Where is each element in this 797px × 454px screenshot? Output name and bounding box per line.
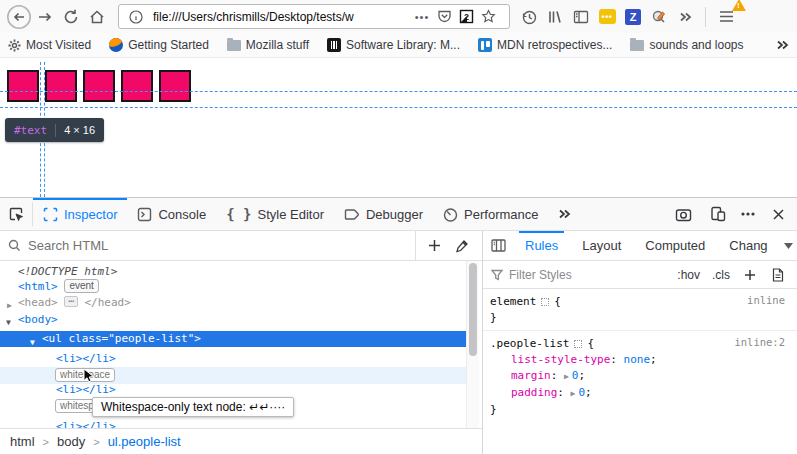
overflow-chevron-icon[interactable] — [672, 4, 698, 30]
svg-text:2: 2 — [463, 12, 468, 22]
toolbar-separator — [705, 7, 706, 27]
rule-source-link[interactable]: inline — [747, 294, 785, 306]
pink-box — [159, 70, 191, 102]
markup-ul-node-selected[interactable]: ▼ <ul class="people-list"> — [0, 331, 466, 347]
rule-source-link[interactable]: inline:2 — [734, 336, 785, 348]
bookmark-getting-started[interactable]: Getting Started — [109, 38, 209, 52]
tab-performance[interactable]: Performance — [433, 198, 548, 230]
pink-box — [83, 70, 115, 102]
markup-li-node[interactable]: <li></li> — [56, 420, 116, 428]
history-icon[interactable] — [516, 4, 542, 30]
gear-icon — [8, 39, 21, 52]
rule-selector[interactable]: .people-list — [490, 337, 569, 350]
collapsed-content-badge[interactable]: ⋯ — [64, 296, 77, 307]
event-badge[interactable]: event — [64, 279, 98, 293]
rule-element-style[interactable]: element{ } inline — [483, 289, 797, 331]
sidebar-toggle-icon[interactable] — [568, 4, 594, 30]
breadcrumb-body[interactable]: body — [57, 434, 85, 449]
breadcrumb-ul-people-list[interactable]: ul.people-list — [108, 434, 181, 449]
breadcrumb: html > body > ul.people-list — [0, 428, 482, 454]
bookmark-most-visited[interactable]: Most Visited — [8, 38, 91, 52]
reload-button[interactable] — [58, 4, 84, 30]
tab-rules[interactable]: Rules — [513, 231, 570, 260]
markup-whitespace-node-hovered[interactable]: whitespace — [0, 367, 466, 384]
rule-people-list[interactable]: .people-list{ list-style-type: none; mar… — [483, 331, 797, 422]
tab-console[interactable]: Console — [127, 198, 216, 230]
pink-box — [7, 70, 39, 102]
declaration-margin[interactable]: margin: ▶0; — [490, 368, 797, 385]
add-rule-button[interactable] — [739, 264, 761, 286]
tab-style-editor[interactable]: { } Style Editor — [216, 198, 334, 230]
pane-toggle-icon[interactable] — [483, 231, 513, 260]
url-bar[interactable]: file:///Users/chrismills/Desktop/tests/w… — [118, 4, 510, 29]
tab-inspector[interactable]: Inspector — [33, 198, 127, 230]
bookmark-mdn-retrospectives[interactable]: MDN retrospectives... — [478, 38, 612, 52]
menu-warning-badge — [732, 0, 746, 11]
markup-search-row: Search HTML — [0, 231, 482, 261]
declaration-list-style-type[interactable]: list-style-type: none; — [490, 352, 797, 368]
hamburger-menu-icon[interactable] — [713, 4, 739, 30]
filter-styles-input[interactable]: Filter Styles — [509, 268, 668, 282]
tab-changes[interactable]: Chang — [717, 231, 769, 260]
tab-layout[interactable]: Layout — [570, 231, 633, 260]
devtools-close-icon[interactable] — [765, 201, 791, 227]
home-button[interactable] — [84, 4, 110, 30]
bookmark-star-icon[interactable] — [477, 6, 499, 28]
breadcrumb-html[interactable]: html — [10, 434, 35, 449]
bookmark-software-library[interactable]: Software Library: M... — [327, 38, 460, 52]
url-text[interactable]: file:///Users/chrismills/Desktop/tests/w — [153, 10, 411, 24]
site-info-icon[interactable] — [125, 6, 147, 28]
tab-computed[interactable]: Computed — [633, 231, 717, 260]
sidebar-tabs-dropdown-icon[interactable] — [784, 231, 797, 260]
element-picker-button[interactable] — [0, 198, 32, 230]
bookmark-sounds-and-loops[interactable]: sounds and loops — [630, 38, 743, 52]
pseudo-class-button[interactable]: :hov — [674, 268, 703, 282]
page-actions-icon[interactable]: ••• — [411, 6, 433, 28]
collapse-twisty-icon[interactable]: ▼ — [30, 335, 35, 351]
markup-li-node[interactable]: <li></li> — [56, 383, 116, 397]
expand-twisty-icon[interactable]: ▶ — [7, 299, 12, 313]
selector-highlighter-icon[interactable] — [541, 298, 549, 306]
pocket-icon[interactable] — [433, 6, 455, 28]
forward-button[interactable] — [32, 4, 58, 30]
rule-selector[interactable]: element — [490, 295, 536, 308]
screenshot-button[interactable] — [670, 201, 696, 227]
inspector-icon — [43, 207, 58, 222]
markup-li-node[interactable]: <li></li> — [56, 352, 116, 366]
debugger-icon — [344, 207, 360, 222]
back-button[interactable] — [6, 4, 32, 30]
expand-value-icon[interactable]: ▶ — [571, 389, 576, 398]
markup-head-node[interactable]: ▶ <head> ⋯ </head> — [0, 296, 131, 310]
print-simulation-icon[interactable] — [767, 264, 789, 286]
bookmarks-overflow-icon[interactable] — [775, 38, 789, 52]
responsive-design-mode-button[interactable] — [705, 201, 731, 227]
zotero-icon[interactable]: Z — [620, 4, 646, 30]
bookmark-mozilla-stuff[interactable]: Mozilla stuff — [227, 38, 309, 52]
selector-highlighter-icon[interactable] — [574, 340, 582, 348]
search-html-input[interactable]: Search HTML — [28, 238, 415, 253]
add-node-button[interactable] — [422, 234, 446, 258]
bookmarks-bar: Most Visited Getting Started Mozilla stu… — [0, 33, 797, 58]
devtools-menu-icon[interactable] — [735, 201, 761, 227]
more-tabs-icon[interactable] — [549, 198, 579, 230]
screenshot-extension-icon[interactable]: 2 — [455, 6, 477, 28]
tab-debugger[interactable]: Debugger — [334, 198, 433, 230]
expand-value-icon[interactable]: ▶ — [564, 372, 569, 381]
library-icon[interactable] — [542, 4, 568, 30]
scrollbar-thumb[interactable] — [469, 263, 477, 356]
devtools-toolbar: Inspector Console { } Style Editor Debug… — [0, 198, 797, 231]
declaration-padding[interactable]: padding: ▶0; — [490, 385, 797, 402]
markup-doctype[interactable]: <!DOCTYPE html> — [18, 265, 117, 279]
markup-scrollbar[interactable] — [466, 261, 479, 428]
screenshot-tool-icon[interactable] — [646, 4, 672, 30]
yellow-extension-icon[interactable]: ••• — [594, 4, 620, 30]
folder-icon — [227, 40, 241, 51]
class-toggle-button[interactable]: .cls — [709, 268, 733, 282]
devtools: Inspector Console { } Style Editor Debug… — [0, 197, 797, 454]
eyedropper-button[interactable] — [450, 234, 474, 258]
markup-body-node[interactable]: ▼ <body> — [0, 313, 58, 327]
collapse-twisty-icon[interactable]: ▼ — [6, 316, 11, 330]
search-icon — [8, 239, 21, 252]
markup-html-node[interactable]: <html> event — [18, 279, 99, 293]
highlighter-infobar: #text 4 × 16 — [5, 118, 104, 142]
